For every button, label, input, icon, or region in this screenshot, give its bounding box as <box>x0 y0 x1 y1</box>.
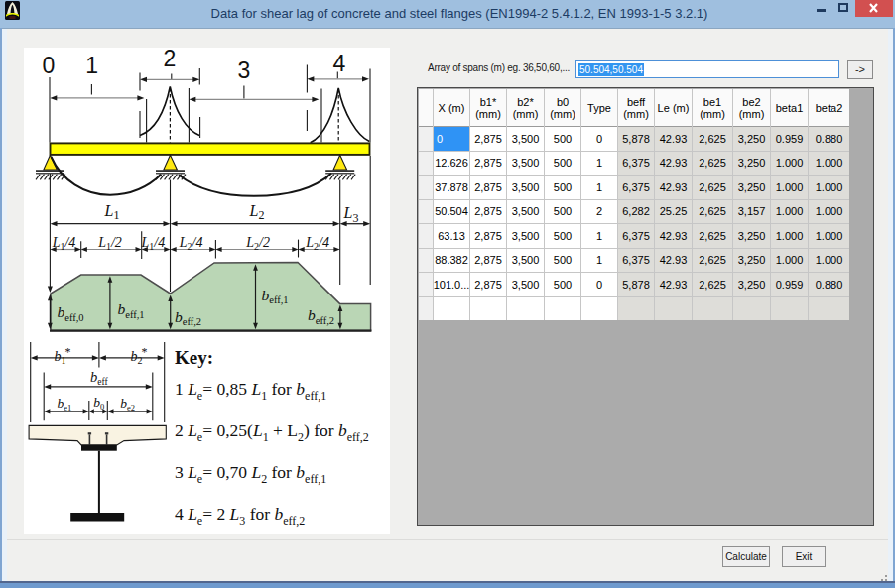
svg-text:b0: b0 <box>93 395 104 412</box>
svg-text:beff: beff <box>90 369 108 388</box>
svg-text:L2/4: L2/4 <box>305 235 329 253</box>
svg-text:2: 2 <box>163 48 176 71</box>
svg-text:1: 1 <box>85 53 98 78</box>
svg-text:L1: L1 <box>104 202 120 223</box>
svg-text:3: 3 <box>237 58 250 83</box>
svg-text:4: 4 <box>333 51 346 76</box>
svg-text:0: 0 <box>43 53 56 78</box>
svg-text:L1/4: L1/4 <box>52 235 76 253</box>
svg-text:L1/2: L1/2 <box>97 235 122 253</box>
svg-text:L2/2: L2/2 <box>245 235 270 253</box>
svg-text:b1*: b1* <box>55 345 71 367</box>
svg-text:be2: be2 <box>120 396 135 413</box>
svg-text:b2*: b2* <box>131 345 148 367</box>
svg-text:L3: L3 <box>343 204 359 225</box>
svg-text:L2: L2 <box>249 202 265 223</box>
svg-text:be1: be1 <box>58 396 72 413</box>
svg-text:L1/4: L1/4 <box>141 235 166 253</box>
svg-text:L2/4: L2/4 <box>179 235 203 253</box>
